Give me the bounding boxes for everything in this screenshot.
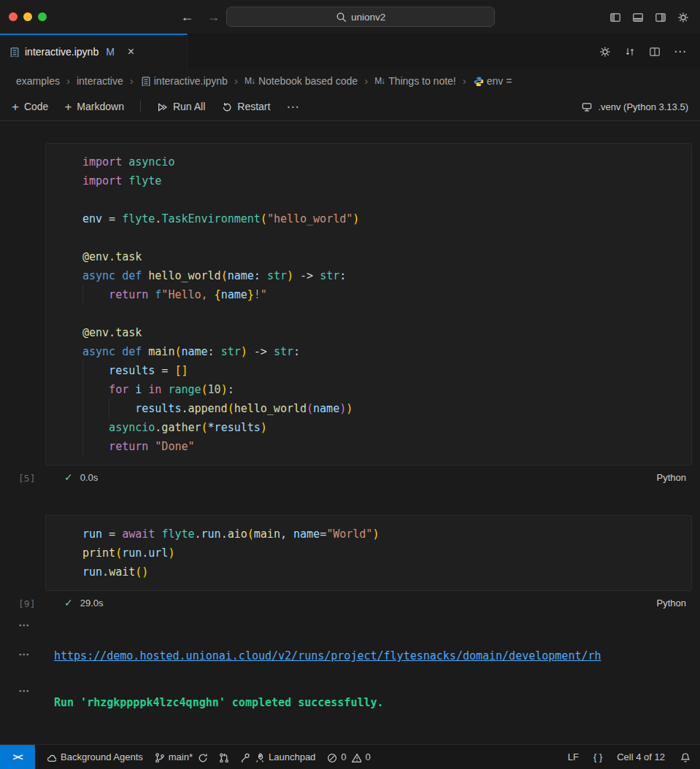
status-bar: >< Background Agents main* Launchpad 0 0… (0, 744, 700, 769)
cell-output: ⋯Run 'rhzgkppppk4lzc4qnghn' completed su… (18, 683, 700, 727)
git-branch-button[interactable]: main* (154, 751, 207, 762)
close-window-button[interactable] (9, 12, 18, 21)
breadcrumb-symbol-env[interactable]: env = (473, 75, 512, 87)
code-line: @env.task (82, 247, 685, 266)
pull-request-icon (218, 752, 228, 762)
titlebar: ← → unionv2 (0, 0, 700, 34)
run-all-button[interactable]: Run All (157, 101, 205, 112)
notebook-cell: [5]import asyncioimport flyteenv = flyte… (45, 143, 692, 489)
code-line (82, 228, 685, 247)
zoom-window-button[interactable] (38, 12, 47, 21)
chevron-right-icon: › (66, 74, 70, 87)
cell-language-picker[interactable]: Python (657, 472, 692, 483)
split-editor-icon[interactable] (649, 46, 660, 57)
cell-language-picker[interactable]: Python (657, 598, 692, 608)
remote-icon: >< (12, 751, 22, 762)
execution-count-label: [9] (18, 598, 35, 609)
notebook-file-icon (9, 47, 19, 57)
code-line: results = [] (82, 361, 685, 380)
run-all-icon (157, 101, 168, 112)
output-menu-icon[interactable]: ⋯ (18, 683, 54, 697)
minimize-window-button[interactable] (23, 12, 32, 21)
problems-button[interactable]: 0 0 (326, 751, 370, 762)
indent-guide (82, 361, 109, 380)
rocket-icon (254, 752, 264, 762)
notebook-editor: [5]import asyncioimport flyteenv = flyte… (0, 121, 700, 727)
add-markdown-cell-button[interactable]: + Markdown (64, 101, 124, 113)
add-code-cell-button[interactable]: + Code (12, 101, 48, 113)
warning-count: 0 (366, 751, 371, 762)
chevron-right-icon: › (234, 74, 238, 87)
sync-icon[interactable] (197, 752, 207, 762)
run-success-message: Run 'rhzgkppppk4lzc4qnghn' completed suc… (54, 683, 700, 711)
indent-guide (82, 418, 109, 437)
run-url-link[interactable]: https://demo.hosted.unionai.cloud/v2/run… (54, 646, 700, 664)
code-line: for i in range(10): (82, 380, 685, 399)
close-tab-icon[interactable]: × (128, 45, 134, 58)
errors-icon (326, 752, 336, 762)
layout-panel-right-icon[interactable] (655, 12, 666, 23)
pull-request-button[interactable] (218, 752, 228, 762)
vscode-window: ← → unionv2 interactive.ipynb M × ⋯ (0, 0, 700, 769)
breadcrumb-file[interactable]: interactive.ipynb (140, 75, 228, 87)
window-controls (9, 12, 89, 21)
cell-position-indicator[interactable]: Cell 4 of 12 (617, 751, 665, 762)
markdown-symbol-icon: M↓ (245, 76, 255, 86)
execution-time: 29.0s (80, 598, 104, 608)
output-content: Run 'rhzgkppppk4lzc4qnghn' completed suc… (54, 683, 700, 711)
toolbar-more-actions-icon[interactable]: ⋯ (286, 99, 299, 115)
remote-indicator-button[interactable]: >< (0, 745, 35, 769)
layout-panel-bottom-icon[interactable] (632, 12, 643, 23)
output-menu-icon[interactable]: ⋯ (18, 617, 54, 632)
launchpad-button[interactable]: Launchpad (239, 751, 315, 762)
cell-output: ⋯ (18, 617, 700, 642)
search-query: unionv2 (351, 12, 385, 23)
layout-panel-left-icon[interactable] (609, 12, 620, 23)
open-changes-icon[interactable] (624, 46, 635, 57)
tab-interactive-ipynb[interactable]: interactive.ipynb M × (0, 34, 188, 69)
breadcrumb: examples › interactive › interactive.ipy… (0, 69, 700, 93)
execution-time: 0.0s (80, 472, 99, 483)
restart-kernel-button[interactable]: Restart (221, 101, 270, 112)
kernel-picker-button[interactable]: .venv (Python 3.13.5) (581, 101, 688, 112)
command-center-search[interactable]: unionv2 (226, 7, 495, 27)
output-menu-icon[interactable]: ⋯ (18, 646, 54, 661)
forward-icon[interactable]: → (207, 9, 220, 25)
indent-guide (82, 399, 109, 418)
breadcrumb-examples[interactable]: examples (16, 75, 60, 87)
restart-icon (221, 101, 232, 112)
code-line: run.wait() (82, 563, 685, 581)
tools-icon (239, 752, 250, 762)
plus-icon: + (64, 101, 72, 113)
python-icon (473, 76, 483, 86)
chevron-right-icon: › (463, 74, 466, 87)
eol-indicator[interactable]: LF (568, 751, 579, 762)
cell-code-editor[interactable]: run = await flyte.run.aio(main, name="Wo… (45, 515, 692, 591)
breadcrumb-section-notebook-based-code[interactable]: M↓ Notebook based code (245, 75, 358, 87)
tab-bar: interactive.ipynb M × ⋯ (0, 34, 700, 69)
notebook-settings-gear-icon[interactable] (599, 46, 610, 57)
code-line: import asyncio (82, 152, 685, 171)
code-line (82, 190, 685, 209)
code-line: results.append(hello_world(name)) (82, 399, 685, 418)
markdown-symbol-icon: M↓ (374, 76, 385, 86)
breadcrumb-interactive[interactable]: interactive (77, 75, 123, 87)
back-icon[interactable]: ← (180, 9, 193, 25)
search-icon (336, 12, 346, 22)
cell-status-bar: ✓29.0sPython (45, 591, 692, 614)
braces-icon[interactable]: { } (593, 751, 602, 762)
cloud-icon (46, 752, 56, 762)
cell-code-editor[interactable]: import asyncioimport flyteenv = flyte.Ta… (45, 143, 692, 465)
breadcrumb-section-things-to-note[interactable]: M↓ Things to note! (374, 75, 456, 87)
background-agents-button[interactable]: Background Agents (46, 751, 143, 762)
settings-gear-icon[interactable] (677, 12, 688, 23)
indent-guide (82, 285, 109, 304)
code-line: async def hello_world(name: str) -> str: (82, 266, 685, 285)
more-actions-icon[interactable]: ⋯ (674, 44, 687, 59)
notifications-bell-icon[interactable] (680, 752, 690, 762)
success-check-icon: ✓ (64, 471, 73, 483)
code-line (82, 304, 685, 323)
warnings-icon (351, 752, 361, 762)
error-count: 0 (341, 751, 346, 762)
editor-actions: ⋯ (599, 34, 700, 69)
